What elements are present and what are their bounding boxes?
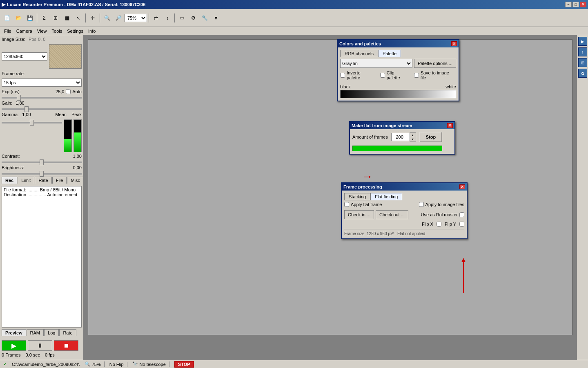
menu-view[interactable]: View [35,28,49,34]
destination-text: Destination: .............. Auto increme… [4,192,80,197]
palette-options-button[interactable]: Palette options ... [414,59,456,68]
tab-log[interactable]: Log [44,329,59,336]
stop-button-flat[interactable]: Stop [419,132,442,142]
invert-checkbox[interactable] [340,73,345,78]
tab-palette[interactable]: Palette [378,50,401,57]
tool-button[interactable]: 🔧 [199,13,210,23]
menu-settings[interactable]: Settings [65,28,86,34]
tab-rate[interactable]: Rate [35,177,51,184]
frame-processing-titlebar: Frame processing ✕ [342,183,467,191]
flat-stream-body: Amount of frames ▲ ▼ Stop [350,129,454,154]
title-bar: ▶ Lucam Recorder Premium - DMx 41AF02.AS… [0,0,588,9]
info-box: File format: ......... Bmp / 8Bit / Mono… [2,186,82,328]
palette-dropdown[interactable]: Gray lin [340,59,412,68]
mean-label: Mean [55,112,67,117]
title-bar-left: ▶ Lucam Recorder Premium - DMx 41AF02.AS… [2,2,145,7]
cursor-button[interactable]: ↖ [73,13,84,23]
tab-flat-fielding[interactable]: Flat fielding [370,193,402,200]
tab-misc[interactable]: Misc [67,177,84,184]
zoom-out-button[interactable]: 🔍 [102,13,112,23]
check-out-button[interactable]: Check out ... [376,210,408,219]
contrast-slider[interactable] [2,162,82,163]
main-layout: Image Size: Pos 0, 0 1280x960 Frame rate… [0,35,588,360]
gamma-label: Gamma: [2,112,19,117]
cross-button[interactable]: ✛ [87,13,98,23]
use-rol-checkbox[interactable] [459,212,464,217]
tab-limit[interactable]: Limit [18,177,34,184]
flip-section: No Flip [109,362,127,367]
frames-text: 0 Frames [2,352,20,357]
flat-stream-close[interactable]: ✕ [447,123,453,128]
minimize-button[interactable]: – [565,2,572,7]
up-down-button[interactable]: ↕ [162,13,173,23]
close-button[interactable]: ✕ [580,2,586,7]
grid-button[interactable]: ⊞ [50,13,61,23]
tab-rec[interactable]: Rec [2,177,17,184]
gain-slider[interactable] [2,108,82,110]
maximize-button[interactable]: □ [572,2,579,7]
zoom-combo[interactable]: 75% 50% 100% 150% [125,14,147,22]
sidebar-icon-3[interactable]: ⊞ [578,58,587,67]
new-button[interactable]: 📄 [2,13,12,23]
spin-down[interactable]: ▼ [410,137,416,141]
brightness-slider[interactable] [2,173,82,175]
frame-processing-close[interactable]: ✕ [459,184,465,189]
sigma-button[interactable]: Σ [39,13,49,23]
more-button[interactable]: ▼ [211,13,221,23]
exp-slider[interactable] [2,97,82,99]
frame-rate-label: Frame rate: [2,71,25,76]
menubar: File Camera View Tools Settings Info [0,27,588,35]
pause-button[interactable]: ⏸ [28,340,52,351]
flip-row: Flip X Flip Y [344,222,464,227]
auto-checkbox[interactable] [66,89,71,94]
sidebar-icon-1[interactable]: ▶ [578,37,587,46]
menu-camera[interactable]: Camera [14,28,35,34]
frame-rate-combo[interactable]: 15 fps [2,79,82,87]
save-button[interactable]: 💾 [24,13,35,23]
tab-rgb-channels[interactable]: RGB channels [340,50,378,57]
invert-label: Inverte palette [347,70,375,80]
gamma-row: Gamma: 1,00 Mean Peak [2,112,82,117]
zoom-in-button[interactable]: 🔎 [113,13,124,23]
save-label: Save to image file [421,70,456,80]
sec-text: 0,0 sec [25,352,40,357]
tab-file[interactable]: File [52,177,67,184]
tab-ram[interactable]: RAM [27,329,44,336]
colors-palettes-title: Colors and palettes [339,41,381,46]
stop-button[interactable]: ⏹ [54,340,78,351]
colors-palettes-close[interactable]: ✕ [451,41,457,46]
menu-info[interactable]: Info [86,28,98,34]
spin-up[interactable]: ▲ [410,133,416,137]
tab-rate-bottom[interactable]: Rate [59,329,76,336]
frames-input[interactable] [391,133,410,141]
status-stop-button[interactable]: STOP [174,361,194,368]
left-right-button[interactable]: ⇄ [151,13,161,23]
record-controls: ▶ ⏸ ⏹ [2,340,82,351]
table-button[interactable]: ▦ [62,13,72,23]
tab-stacking[interactable]: Stacking [344,193,370,200]
flip-x-checkbox[interactable] [437,222,441,227]
sidebar-icon-4[interactable]: ✿ [578,69,587,78]
gamma-slider[interactable] [2,122,62,123]
gear-button[interactable]: ⚙ [188,13,198,23]
brightness-row: Brightness: 0,00 [2,165,82,170]
tab-preview[interactable]: Preview [2,329,26,336]
menu-tools[interactable]: Tools [49,28,65,34]
menu-file[interactable]: File [2,28,14,34]
flip-y-checkbox[interactable] [459,222,464,227]
contrast-slider-container [2,161,82,164]
bottom-tabs: Preview RAM Log Rate [2,329,82,336]
record-button[interactable]: ▶ [2,340,26,351]
fps-text: 0 fps [45,352,55,357]
rect-button[interactable]: ▭ [176,13,187,23]
canvas-area [88,39,572,335]
clip-checkbox[interactable] [380,73,385,78]
apply-image-checkbox[interactable] [419,202,424,207]
image-size-combo[interactable]: 1280x960 [2,52,47,61]
status-checkmark: ✓ [3,361,7,367]
open-button[interactable]: 📂 [13,13,24,23]
apply-flat-checkbox[interactable] [344,202,349,207]
check-in-button[interactable]: Check in ... [344,210,374,219]
sidebar-icon-2[interactable]: ↑ [578,47,587,56]
save-checkbox[interactable] [414,73,419,78]
